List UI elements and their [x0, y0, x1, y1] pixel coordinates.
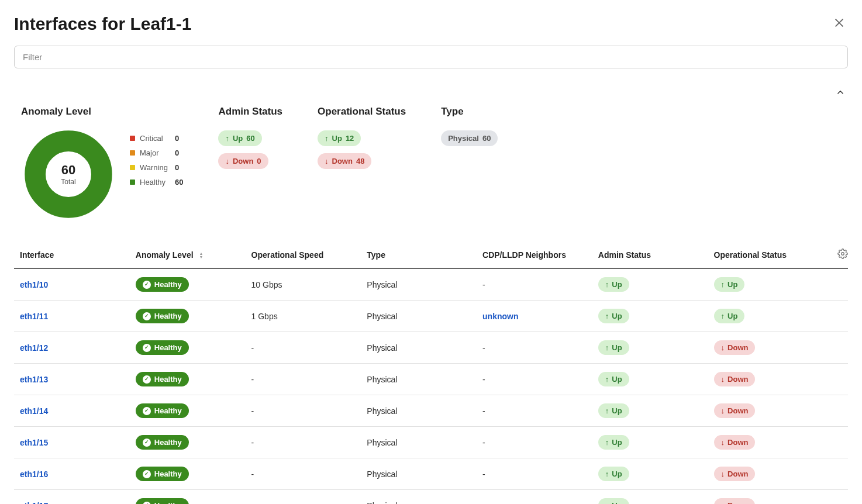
col-type[interactable]: Type: [361, 241, 477, 268]
admin-status-pill: Up: [598, 277, 629, 292]
legend-swatch: [130, 165, 135, 170]
oper-status-block: Operational Status Up 12 Down 48: [318, 106, 406, 218]
legend-label: Critical: [140, 134, 170, 143]
arrow-down-icon: [721, 438, 725, 447]
oper-status-pill: Up: [714, 277, 745, 292]
oper-up-pill[interactable]: Up 12: [318, 130, 361, 146]
oper-down-value: 48: [356, 157, 364, 165]
neighbor-link[interactable]: unknown: [482, 312, 518, 321]
admin-up-label: Up: [233, 134, 243, 143]
admin-down-pill[interactable]: Down 0: [218, 153, 268, 169]
oper-status-pill: Up: [714, 309, 745, 323]
legend-item[interactable]: Critical0: [130, 134, 183, 143]
admin-heading: Admin Status: [218, 106, 282, 118]
neighbor-cell: -: [477, 364, 592, 395]
health-badge: ✓Healthy: [136, 435, 189, 450]
col-neighbors[interactable]: CDP/LLDP Neighbors: [477, 241, 592, 268]
table-row: eth1/12✓Healthy-Physical-UpDown: [14, 332, 848, 364]
page-title: Interfaces for Leaf1-1: [14, 14, 191, 34]
arrow-down-icon: [721, 375, 725, 384]
arrow-up-icon: [225, 134, 229, 143]
table-row: eth1/15✓Healthy-Physical-UpDown: [14, 427, 848, 458]
arrow-up-icon: [605, 343, 609, 352]
gear-icon[interactable]: [837, 248, 848, 259]
svg-point-4: [842, 253, 844, 256]
health-icon: ✓: [143, 344, 151, 352]
col-admin[interactable]: Admin Status: [592, 241, 708, 268]
filter-input[interactable]: [14, 46, 848, 68]
arrow-down-icon: [721, 406, 725, 415]
oper-down-pill[interactable]: Down 48: [318, 153, 371, 169]
admin-status-pill: Up: [598, 372, 629, 386]
speed-cell: -: [246, 364, 361, 395]
anomaly-legend: Critical0Major0Warning0Healthy60: [130, 134, 183, 187]
interface-link[interactable]: eth1/16: [20, 470, 48, 479]
admin-status-block: Admin Status Up 60 Down 0: [218, 106, 282, 218]
speed-cell: -: [246, 427, 361, 458]
admin-status-pill: Up: [598, 467, 629, 481]
col-speed[interactable]: Operational Speed: [246, 241, 361, 268]
oper-down-label: Down: [332, 157, 353, 165]
arrow-up-icon: [605, 406, 609, 415]
legend-value: 0: [175, 149, 179, 157]
interface-link[interactable]: eth1/17: [20, 501, 48, 505]
arrow-down-icon: [721, 501, 725, 504]
legend-label: Warning: [140, 163, 170, 172]
anomaly-level-block: Anomaly Level 60 Total Critical0Major0Wa…: [21, 106, 183, 218]
table-row: eth1/11✓Healthy1 GbpsPhysicalunknownUpUp: [14, 301, 848, 332]
legend-value: 0: [175, 134, 179, 143]
legend-item[interactable]: Major0: [130, 149, 183, 157]
oper-status-pill: Down: [714, 372, 756, 386]
admin-status-pill: Up: [598, 435, 629, 450]
admin-down-label: Down: [233, 157, 253, 165]
table-row: eth1/13✓Healthy-Physical-UpDown: [14, 364, 848, 395]
arrow-up-icon: [325, 134, 329, 143]
interface-link[interactable]: eth1/13: [20, 375, 48, 384]
health-icon: ✓: [143, 281, 151, 289]
donut-total: 60: [61, 163, 75, 178]
speed-cell: -: [246, 490, 361, 505]
anomaly-heading: Anomaly Level: [21, 106, 183, 118]
legend-value: 0: [175, 163, 179, 172]
chevron-up-icon[interactable]: [833, 85, 848, 102]
type-physical-pill[interactable]: Physical 60: [441, 130, 498, 146]
type-cell: Physical: [361, 395, 477, 427]
admin-status-pill: Up: [598, 309, 629, 323]
arrow-up-icon: [721, 312, 725, 320]
admin-up-pill[interactable]: Up 60: [218, 130, 261, 146]
arrow-down-icon: [721, 470, 725, 478]
admin-status-pill: Up: [598, 340, 629, 355]
health-badge: ✓Healthy: [136, 498, 189, 504]
anomaly-donut-chart: 60 Total: [25, 130, 112, 218]
interface-link[interactable]: eth1/12: [20, 343, 48, 353]
table-row: eth1/14✓Healthy-Physical-UpDown: [14, 395, 848, 427]
health-icon: ✓: [143, 407, 151, 415]
arrow-up-icon: [605, 470, 609, 478]
legend-item[interactable]: Healthy60: [130, 178, 183, 187]
table-row: eth1/10✓Healthy10 GbpsPhysical-UpUp: [14, 268, 848, 301]
neighbor-cell: -: [477, 268, 592, 301]
type-cell: Physical: [361, 427, 477, 458]
interface-link[interactable]: eth1/10: [20, 280, 48, 289]
legend-item[interactable]: Warning0: [130, 163, 183, 172]
arrow-up-icon: [721, 280, 725, 289]
neighbor-cell: -: [477, 332, 592, 364]
legend-swatch: [130, 150, 135, 156]
col-interface[interactable]: Interface: [14, 241, 130, 268]
type-cell: Physical: [361, 490, 477, 505]
col-oper[interactable]: Operational Status: [708, 241, 824, 268]
interface-link[interactable]: eth1/15: [20, 438, 48, 447]
type-cell: Physical: [361, 458, 477, 490]
oper-up-value: 12: [346, 134, 354, 143]
health-badge: ✓Healthy: [136, 403, 189, 418]
col-anomaly[interactable]: Anomaly Level ▲▼: [130, 241, 246, 268]
interface-link[interactable]: eth1/11: [20, 312, 48, 321]
arrow-down-icon: [325, 157, 329, 165]
arrow-up-icon: [605, 375, 609, 384]
table-row: eth1/17✓Healthy-Physical-UpDown: [14, 490, 848, 505]
interface-link[interactable]: eth1/14: [20, 406, 48, 416]
legend-label: Healthy: [140, 178, 170, 187]
type-block: Type Physical 60: [441, 106, 498, 218]
close-icon[interactable]: [830, 14, 848, 34]
type-label: Physical: [448, 134, 479, 143]
